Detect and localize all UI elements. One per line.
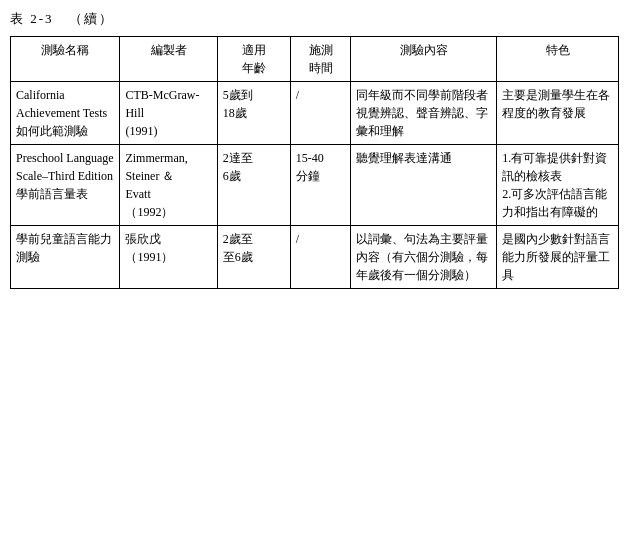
- header-time: 施測 時間: [290, 37, 351, 82]
- main-table: 測驗名稱 編製者 適用 年齡 施測 時間 測驗內容 特色 California …: [10, 36, 619, 289]
- cell-age: 2達至6歲: [217, 145, 290, 226]
- header-feature: 特色: [497, 37, 619, 82]
- cell-feature: 主要是測量學生在各程度的教育發展: [497, 82, 619, 145]
- cell-feature: 1.有可靠提供針對資訊的檢核表2.可多次評估語言能力和指出有障礙的: [497, 145, 619, 226]
- table-title: 表 2-3 （續）: [10, 10, 619, 28]
- cell-feature: 是國內少數針對語言能力所發展的評量工具: [497, 226, 619, 289]
- header-author: 編製者: [120, 37, 217, 82]
- header-age: 適用 年齡: [217, 37, 290, 82]
- cell-time: 15-40分鐘: [290, 145, 351, 226]
- cell-time: /: [290, 82, 351, 145]
- cell-content: 同年級而不同學前階段者視覺辨認、聲音辨認、字彙和理解: [351, 82, 497, 145]
- cell-time: /: [290, 226, 351, 289]
- header-content: 測驗內容: [351, 37, 497, 82]
- table-row: Preschool Language Scale–Third Edition 學…: [11, 145, 619, 226]
- cell-name: California Achievement Tests如何此範測驗: [11, 82, 120, 145]
- cell-author: Zimmerman,Steiner ＆Evatt（1992）: [120, 145, 217, 226]
- cell-age: 2歲至至6歲: [217, 226, 290, 289]
- cell-age: 5歲到18歲: [217, 82, 290, 145]
- cell-author: CTB-McGraw-Hill(1991): [120, 82, 217, 145]
- cell-author: 張欣戊（1991）: [120, 226, 217, 289]
- cell-content: 聽覺理解表達溝通: [351, 145, 497, 226]
- table-row: California Achievement Tests如何此範測驗CTB-Mc…: [11, 82, 619, 145]
- table-row: 學前兒童語言能力測驗張欣戊（1991）2歲至至6歲/以詞彙、句法為主要評量內容（…: [11, 226, 619, 289]
- cell-name: Preschool Language Scale–Third Edition 學…: [11, 145, 120, 226]
- cell-content: 以詞彙、句法為主要評量內容（有六個分測驗，每年歲後有一個分測驗）: [351, 226, 497, 289]
- header-name: 測驗名稱: [11, 37, 120, 82]
- cell-name: 學前兒童語言能力測驗: [11, 226, 120, 289]
